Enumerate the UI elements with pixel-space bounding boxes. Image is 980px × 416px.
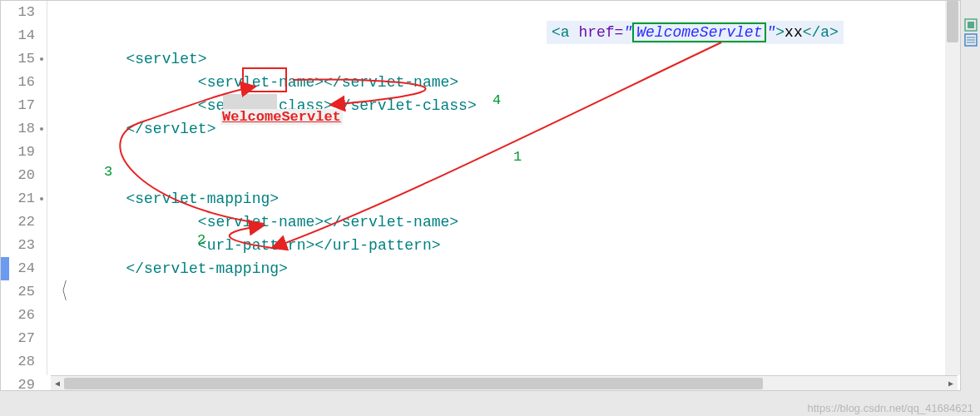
href-attr: href=	[578, 24, 623, 41]
line-number: 28	[1, 350, 47, 374]
watermark-text: https://blog.csdn.net/qq_41684621	[808, 402, 974, 414]
servlet-name-open: <servlet-name>	[198, 74, 324, 91]
indent	[54, 74, 198, 91]
code-line-21: <servlet-mapping>	[54, 187, 960, 210]
line-number: 22	[1, 210, 47, 234]
indent	[54, 214, 198, 230]
scroll-left-arrow-icon[interactable]: ◀	[51, 377, 64, 390]
code-line-23: <url-pattern></url-pattern>	[54, 234, 960, 257]
line-number: 13	[1, 1, 47, 24]
line-number: 25	[1, 280, 47, 304]
code-line-17: <servlet-class></servlet-class>	[54, 94, 960, 117]
servlet-name-open: <servlet-name>	[198, 214, 324, 230]
code-line-18: </servlet>	[54, 117, 960, 141]
line-number-gutter[interactable]: 13 14 15 16 17 18 19 20 21 22 23 24 25 2…	[1, 1, 47, 375]
tag-close-bracket: >	[775, 24, 784, 41]
content-assist-text: WelcomeServlet	[220, 109, 343, 125]
code-line-16: <servlet-name></servlet-name>	[54, 71, 960, 94]
line-number: 26	[1, 304, 47, 327]
palette-icon[interactable]	[964, 18, 978, 32]
line-number: 19	[1, 141, 47, 164]
scroll-right-arrow-icon[interactable]: ▶	[944, 377, 958, 390]
servlet-name-close: </servlet-name>	[324, 74, 458, 91]
line-number: 20	[1, 164, 47, 187]
editor-container: 13 14 15 16 17 18 19 20 21 22 23 24 25 2…	[1, 1, 960, 375]
inline-hyperlink-snippet: <a href="WelcomeServlet">xx</a>	[547, 21, 844, 44]
servlet-open-tag: <servlet>	[126, 51, 206, 67]
line-number: 27	[1, 327, 47, 350]
url-pattern-open: <url-pattern>	[198, 237, 314, 254]
url-pattern-close: </url-pattern>	[314, 237, 440, 254]
line-number: 18	[1, 117, 47, 141]
line-number: 23	[1, 234, 47, 257]
indent	[54, 51, 126, 67]
indent	[54, 260, 126, 277]
servlet-class-close: </servlet-class>	[333, 97, 477, 114]
vertical-scrollbar[interactable]	[945, 1, 960, 375]
line-number: 24	[1, 257, 47, 280]
servlet-mapping-open: <servlet-mapping>	[126, 191, 279, 207]
a-tag-open: <a	[552, 24, 578, 41]
svg-rect-1	[968, 22, 974, 28]
line-number: 21	[1, 187, 47, 210]
servlet-close-tag: </servlet>	[126, 121, 215, 137]
line-number: 29	[1, 374, 47, 397]
code-line-25	[54, 280, 960, 304]
outline-view-icon[interactable]	[964, 33, 978, 47]
quote: "	[623, 24, 632, 41]
indent	[54, 191, 126, 207]
indent	[54, 121, 126, 137]
code-line-22: <servlet-name></servlet-name>	[54, 210, 960, 234]
scroll-thumb[interactable]	[64, 378, 763, 389]
code-line-28	[54, 350, 960, 374]
editor-wrapper: 13 14 15 16 17 18 19 20 21 22 23 24 25 2…	[0, 0, 961, 391]
right-toolbar	[962, 17, 980, 48]
indent	[54, 237, 198, 254]
line-number: 14	[1, 24, 47, 47]
code-line-15: <servlet>	[54, 47, 960, 71]
code-line-20	[54, 164, 960, 187]
indent	[54, 97, 198, 114]
quote: "	[766, 24, 775, 41]
code-text-area[interactable]: <servlet> <servlet-name></servlet-name> …	[47, 1, 960, 375]
line-number: 17	[1, 94, 47, 117]
href-value: WelcomeServlet	[632, 22, 766, 42]
code-line-26	[54, 304, 960, 327]
scroll-thumb-vertical[interactable]	[947, 1, 958, 42]
code-line-19	[54, 141, 960, 164]
line-number: 15	[1, 47, 47, 71]
horizontal-scrollbar[interactable]: ◀ ▶	[51, 375, 958, 390]
servlet-mapping-close: </servlet-mapping>	[126, 260, 287, 277]
scroll-track[interactable]	[64, 378, 944, 389]
line-number: 16	[1, 71, 47, 94]
a-tag-close: </a>	[803, 24, 839, 41]
code-line-27	[54, 327, 960, 350]
code-line-24: </servlet-mapping>	[54, 257, 960, 280]
text-selection	[223, 94, 277, 111]
link-text: xx	[784, 24, 803, 41]
servlet-name-close: </servlet-name>	[324, 214, 458, 230]
